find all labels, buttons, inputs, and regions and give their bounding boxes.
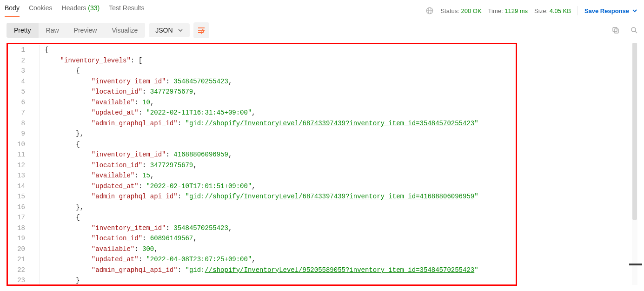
body-toolbar-right (611, 26, 638, 34)
tab-headers-count: (33) (88, 4, 100, 12)
line-gutter: 1234567891011121314151617181920212223 (7, 45, 33, 286)
response-tabs: Body Cookies Headers (33) Test Results (5, 4, 144, 17)
body-toolbar-left: Pretty Raw Preview Visualize JSON (7, 22, 209, 38)
tab-headers-label: Headers (62, 4, 86, 12)
status-code: Status: 200 OK (440, 7, 481, 14)
chevron-down-icon (178, 27, 183, 33)
minimap-indicator (629, 264, 642, 265)
vertical-scrollbar[interactable] (632, 43, 637, 285)
chevron-down-icon (632, 8, 637, 14)
globe-icon[interactable] (425, 7, 434, 15)
tab-body[interactable]: Body (5, 4, 20, 17)
svg-line-8 (635, 31, 637, 33)
tab-cookies[interactable]: Cookies (29, 4, 53, 17)
body-toolbar: Pretty Raw Preview Visualize JSON (0, 18, 644, 43)
wrap-icon (197, 26, 206, 34)
scroll-thumb[interactable] (632, 43, 637, 220)
wrap-lines-button[interactable] (193, 22, 209, 38)
save-response-button[interactable]: Save Response (584, 7, 637, 14)
svg-point-7 (631, 27, 636, 32)
view-preview[interactable]: Preview (66, 23, 105, 38)
divider (578, 6, 578, 15)
tab-test-results[interactable]: Test Results (109, 4, 144, 17)
status-size: Size: 4.05 KB (534, 7, 571, 14)
view-mode-group: Pretty Raw Preview Visualize (7, 23, 145, 38)
tab-headers[interactable]: Headers (33) (62, 4, 100, 17)
view-visualize[interactable]: Visualize (104, 23, 145, 38)
search-icon[interactable] (630, 26, 638, 34)
view-pretty[interactable]: Pretty (7, 23, 39, 38)
code-editor[interactable]: 1234567891011121314151617181920212223 { … (7, 43, 638, 286)
svg-rect-5 (614, 29, 618, 33)
response-body-area: 1234567891011121314151617181920212223 { … (7, 43, 638, 286)
gutter-border (39, 45, 40, 286)
response-header-bar: Body Cookies Headers (33) Test Results S… (0, 0, 644, 18)
svg-rect-6 (613, 27, 617, 32)
status-area: Status: 200 OK Time: 1129 ms Size: 4.05 … (425, 6, 637, 15)
copy-icon[interactable] (611, 26, 620, 34)
code-lines: { "inventory_levels": [ { "inventory_ite… (33, 45, 478, 286)
status-time: Time: 1129 ms (488, 7, 528, 14)
format-select[interactable]: JSON (149, 23, 189, 37)
view-raw[interactable]: Raw (39, 23, 66, 38)
